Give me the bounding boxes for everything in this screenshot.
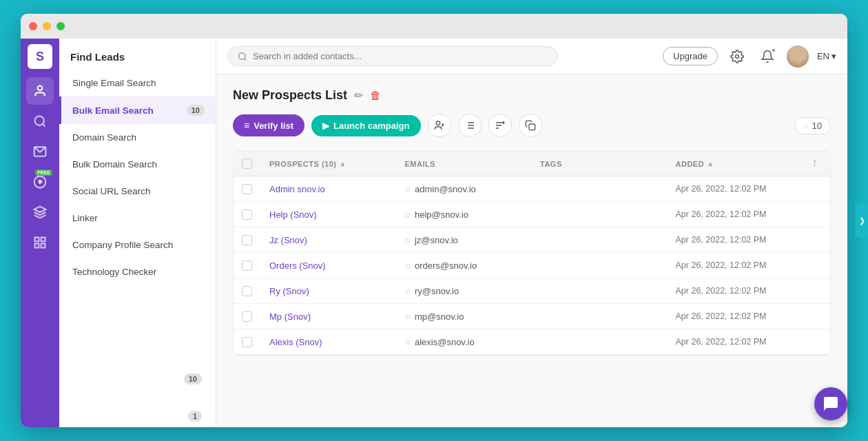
chat-bubble[interactable] xyxy=(814,387,847,420)
cell-added-3: Apr 26, 2022, 12:02 PM xyxy=(668,235,803,245)
sidebar-item-bulk-domain[interactable]: Bulk Domain Search xyxy=(59,151,216,178)
more-options-icon[interactable]: ⋮ xyxy=(811,159,819,168)
cell-checkbox-7 xyxy=(234,337,261,347)
cell-checkbox-4 xyxy=(234,260,261,271)
prospect-name-7[interactable]: Alexis (Snov) xyxy=(269,337,322,347)
sidebar-item-bulk-email[interactable]: Bulk Email Search 10 xyxy=(59,96,216,124)
added-date-6: Apr 26, 2022, 12:02 PM xyxy=(676,311,767,321)
cell-added-5: Apr 26, 2022, 12:02 PM xyxy=(668,286,803,296)
svg-point-10 xyxy=(239,52,245,59)
action-row: ≡ Verify list ▶ Launch campaign xyxy=(233,114,831,137)
sidebar-item-linker[interactable]: Linker xyxy=(59,205,216,232)
email-value-7: alexis@snov.io xyxy=(415,337,475,347)
prospect-name-4[interactable]: Orders (Snov) xyxy=(269,260,326,271)
user-avatar[interactable] xyxy=(787,45,809,68)
edit-list-icon[interactable]: ✏ xyxy=(354,89,363,102)
upgrade-button[interactable]: Upgrade xyxy=(663,47,718,65)
cell-email-7: ○ alexis@snov.io xyxy=(397,336,533,347)
cell-email-6: ○ mp@snov.io xyxy=(397,311,533,322)
cell-added-6: Apr 26, 2022, 12:02 PM xyxy=(668,311,803,321)
search-icon xyxy=(238,52,247,61)
maximize-button[interactable] xyxy=(56,22,65,30)
add-prospect-button[interactable] xyxy=(428,114,451,137)
sort-prospects-icon[interactable]: ▲ xyxy=(339,160,346,167)
nav-search[interactable] xyxy=(26,107,54,135)
added-date-2: Apr 26, 2022, 12:02 PM xyxy=(676,209,767,219)
svg-rect-9 xyxy=(41,244,45,248)
minimize-button[interactable] xyxy=(43,22,51,30)
svg-line-2 xyxy=(43,124,45,127)
email-verify-icon-5: ○ xyxy=(405,285,411,296)
sidebar-item-technology-checker[interactable]: Technology Checker xyxy=(59,258,216,285)
sidebar-item-domain-search[interactable]: Domain Search xyxy=(59,124,216,151)
prospect-name-5[interactable]: Ry (Snov) xyxy=(269,286,309,296)
row-checkbox-3[interactable] xyxy=(242,235,252,245)
prospect-name-1[interactable]: Admin snov.io xyxy=(269,184,325,194)
sidebar-item-company-profile[interactable]: Company Profile Search xyxy=(59,232,216,258)
list-header: New Prospects List ✏ 🗑 xyxy=(233,88,831,103)
verify-list-button[interactable]: ≡ Verify list xyxy=(233,114,304,136)
email-value-1: admin@snov.io xyxy=(415,184,476,194)
chevron-down-icon: ▾ xyxy=(831,51,836,61)
cell-name-6: Mp (Snov) xyxy=(261,311,397,322)
sort-button[interactable] xyxy=(488,114,512,137)
delete-list-icon[interactable]: 🗑 xyxy=(370,90,381,102)
copy-button[interactable] xyxy=(519,114,542,137)
svg-rect-8 xyxy=(35,244,39,248)
email-verify-icon-6: ○ xyxy=(405,311,411,322)
nav-campaigns[interactable] xyxy=(26,229,54,256)
cell-checkbox-3 xyxy=(234,235,261,245)
sidebar-item-social-url[interactable]: Social URL Search xyxy=(59,178,216,205)
icon-rail: S FREE xyxy=(21,39,59,427)
sort-added-icon[interactable]: ▲ xyxy=(707,160,714,167)
verify-icon: ≡ xyxy=(244,120,249,131)
titlebar xyxy=(21,14,847,39)
sidebar-label-bulk-email: Bulk Email Search xyxy=(72,105,154,116)
table-row: Help (Snov) ○ help@snov.io Apr 26, 2022,… xyxy=(234,202,830,227)
row-checkbox-6[interactable] xyxy=(242,311,252,322)
notifications-icon-btn[interactable] xyxy=(756,45,778,68)
verify-label: Verify list xyxy=(254,121,293,131)
added-date-5: Apr 26, 2022, 12:02 PM xyxy=(676,286,767,296)
search-box[interactable] xyxy=(227,46,558,66)
cell-email-1: ○ admin@snov.io xyxy=(397,183,533,194)
sidebar-label-single-email: Single Email Search xyxy=(72,78,156,88)
settings-icon-btn[interactable] xyxy=(726,45,748,68)
select-all-checkbox[interactable] xyxy=(242,158,252,169)
cell-checkbox-6 xyxy=(234,311,261,322)
topbar-right: Upgrade xyxy=(663,45,836,68)
prospect-name-3[interactable]: Jz (Snov) xyxy=(269,235,307,245)
language-selector[interactable]: EN ▾ xyxy=(817,51,836,61)
cell-name-2: Help (Snov) xyxy=(261,209,397,220)
added-date-3: Apr 26, 2022, 12:02 PM xyxy=(676,235,767,245)
row-checkbox-1[interactable] xyxy=(242,184,252,194)
launch-label: Launch campaign xyxy=(333,121,410,131)
table-row: Orders (Snov) ○ orders@snov.io Apr 26, 2… xyxy=(234,253,830,278)
row-checkbox-2[interactable] xyxy=(242,209,252,220)
row-checkbox-5[interactable] xyxy=(242,286,252,296)
th-prospects: PROSPECTS (10) ▲ xyxy=(261,158,397,169)
nav-email[interactable] xyxy=(26,138,54,165)
lang-label: EN xyxy=(817,51,829,61)
svg-rect-25 xyxy=(529,124,535,130)
notification-dot xyxy=(771,48,776,53)
cell-added-7: Apr 26, 2022, 12:02 PM xyxy=(668,337,803,347)
prospect-name-6[interactable]: Mp (Snov) xyxy=(269,311,311,322)
cell-checkbox-1 xyxy=(234,184,261,194)
close-button[interactable] xyxy=(29,22,37,30)
row-checkbox-4[interactable] xyxy=(242,260,252,271)
th-added-label: ADDED xyxy=(676,160,705,168)
nav-dollar[interactable]: FREE xyxy=(26,168,54,196)
nav-find-leads[interactable] xyxy=(26,77,54,105)
search-input[interactable] xyxy=(253,51,548,61)
launch-campaign-button[interactable]: ▶ Launch campaign xyxy=(311,115,421,136)
svg-point-1 xyxy=(35,116,44,125)
filter-button[interactable] xyxy=(458,114,482,137)
sidebar-item-single-email[interactable]: Single Email Search xyxy=(59,70,216,96)
nav-integrations[interactable] xyxy=(26,198,54,226)
row-checkbox-7[interactable] xyxy=(242,337,252,347)
prospect-name-2[interactable]: Help (Snov) xyxy=(269,209,317,220)
sidebar-badge-bulk-email: 10 xyxy=(187,105,205,116)
th-tags: TAGS xyxy=(532,158,668,169)
topbar: Upgrade xyxy=(216,39,847,74)
